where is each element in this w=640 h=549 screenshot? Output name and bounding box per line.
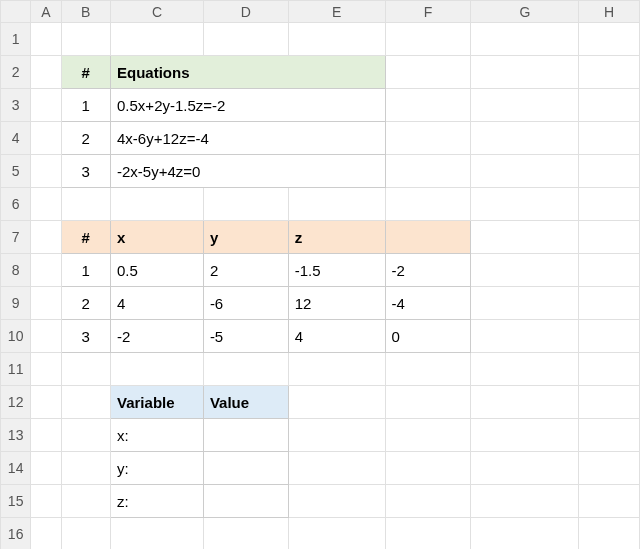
cell-G3[interactable]	[471, 89, 579, 122]
row-8[interactable]: 8	[1, 254, 31, 287]
cell-A9[interactable]	[31, 287, 61, 320]
cell-E1[interactable]	[288, 23, 385, 56]
cell-A12[interactable]	[31, 386, 61, 419]
cell-H8[interactable]	[579, 254, 640, 287]
cell-F2[interactable]	[385, 56, 471, 89]
cell-F5[interactable]	[385, 155, 471, 188]
cell-G8[interactable]	[471, 254, 579, 287]
cell-F1[interactable]	[385, 23, 471, 56]
cell-E6[interactable]	[288, 188, 385, 221]
cell-F6[interactable]	[385, 188, 471, 221]
row-9[interactable]: 9	[1, 287, 31, 320]
cell-G7[interactable]	[471, 221, 579, 254]
coef3-x[interactable]: -2	[111, 320, 204, 353]
cell-C16[interactable]	[111, 518, 204, 550]
cell-A2[interactable]	[31, 56, 61, 89]
cell-D6[interactable]	[203, 188, 288, 221]
cell-G5[interactable]	[471, 155, 579, 188]
cell-F16[interactable]	[385, 518, 471, 550]
row-14[interactable]: 14	[1, 452, 31, 485]
col-H[interactable]: H	[579, 1, 640, 23]
cell-A16[interactable]	[31, 518, 61, 550]
cell-F4[interactable]	[385, 122, 471, 155]
row-1[interactable]: 1	[1, 23, 31, 56]
cell-G11[interactable]	[471, 353, 579, 386]
var-z-name[interactable]: z:	[111, 485, 204, 518]
coef3-num[interactable]: 3	[61, 320, 110, 353]
cell-F15[interactable]	[385, 485, 471, 518]
coef1-x[interactable]: 0.5	[111, 254, 204, 287]
cell-B13[interactable]	[61, 419, 110, 452]
var-y-name[interactable]: y:	[111, 452, 204, 485]
coef2-num[interactable]: 2	[61, 287, 110, 320]
cell-F14[interactable]	[385, 452, 471, 485]
cell-F11[interactable]	[385, 353, 471, 386]
row-12[interactable]: 12	[1, 386, 31, 419]
cell-E14[interactable]	[288, 452, 385, 485]
vars-header-value[interactable]: Value	[203, 386, 288, 419]
cell-F12[interactable]	[385, 386, 471, 419]
var-y-value[interactable]	[203, 452, 288, 485]
coef1-z[interactable]: -1.5	[288, 254, 385, 287]
cell-H11[interactable]	[579, 353, 640, 386]
cell-H15[interactable]	[579, 485, 640, 518]
cell-A8[interactable]	[31, 254, 61, 287]
cell-H12[interactable]	[579, 386, 640, 419]
cell-B14[interactable]	[61, 452, 110, 485]
row-6[interactable]: 6	[1, 188, 31, 221]
cell-G9[interactable]	[471, 287, 579, 320]
col-F[interactable]: F	[385, 1, 471, 23]
cell-A14[interactable]	[31, 452, 61, 485]
cell-A10[interactable]	[31, 320, 61, 353]
coef2-z[interactable]: 12	[288, 287, 385, 320]
row-15[interactable]: 15	[1, 485, 31, 518]
cell-D16[interactable]	[203, 518, 288, 550]
cell-H3[interactable]	[579, 89, 640, 122]
cell-G6[interactable]	[471, 188, 579, 221]
coef-header-y[interactable]: y	[203, 221, 288, 254]
cell-B1[interactable]	[61, 23, 110, 56]
cell-E11[interactable]	[288, 353, 385, 386]
col-E[interactable]: E	[288, 1, 385, 23]
var-x-value[interactable]	[203, 419, 288, 452]
col-G[interactable]: G	[471, 1, 579, 23]
coef3-z[interactable]: 4	[288, 320, 385, 353]
row-3[interactable]: 3	[1, 89, 31, 122]
col-D[interactable]: D	[203, 1, 288, 23]
cell-E15[interactable]	[288, 485, 385, 518]
cell-F3[interactable]	[385, 89, 471, 122]
cell-A11[interactable]	[31, 353, 61, 386]
eq1-num[interactable]: 1	[61, 89, 110, 122]
cell-C11[interactable]	[111, 353, 204, 386]
eq1-text[interactable]: 0.5x+2y-1.5z=-2	[111, 89, 386, 122]
cell-G2[interactable]	[471, 56, 579, 89]
cell-D1[interactable]	[203, 23, 288, 56]
cell-A6[interactable]	[31, 188, 61, 221]
row-16[interactable]: 16	[1, 518, 31, 550]
cell-G16[interactable]	[471, 518, 579, 550]
cell-H2[interactable]	[579, 56, 640, 89]
cell-H7[interactable]	[579, 221, 640, 254]
coef1-num[interactable]: 1	[61, 254, 110, 287]
cell-H13[interactable]	[579, 419, 640, 452]
cell-B11[interactable]	[61, 353, 110, 386]
cell-C6[interactable]	[111, 188, 204, 221]
col-A[interactable]: A	[31, 1, 61, 23]
row-4[interactable]: 4	[1, 122, 31, 155]
col-B[interactable]: B	[61, 1, 110, 23]
cell-A4[interactable]	[31, 122, 61, 155]
cell-H16[interactable]	[579, 518, 640, 550]
cell-F13[interactable]	[385, 419, 471, 452]
cell-G4[interactable]	[471, 122, 579, 155]
coef-header-x[interactable]: x	[111, 221, 204, 254]
row-13[interactable]: 13	[1, 419, 31, 452]
var-x-name[interactable]: x:	[111, 419, 204, 452]
cell-E13[interactable]	[288, 419, 385, 452]
cell-H9[interactable]	[579, 287, 640, 320]
eq3-text[interactable]: -2x-5y+4z=0	[111, 155, 386, 188]
eq3-num[interactable]: 3	[61, 155, 110, 188]
var-z-value[interactable]	[203, 485, 288, 518]
cell-B12[interactable]	[61, 386, 110, 419]
cell-H10[interactable]	[579, 320, 640, 353]
cell-A13[interactable]	[31, 419, 61, 452]
